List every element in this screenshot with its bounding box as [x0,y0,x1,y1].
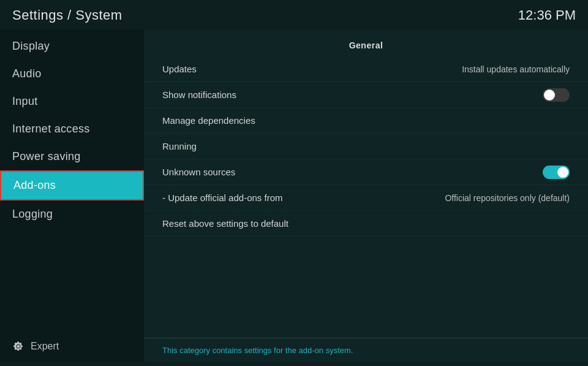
setting-label-updates: Updates [162,64,197,74]
setting-row-update-addons-from[interactable]: - Update official add-ons fromOfficial r… [144,185,588,211]
clock: 12:36 PM [518,7,576,23]
setting-value-updates: Install updates automatically [462,64,570,74]
gear-icon [12,340,24,353]
setting-label-update-addons-from: - Update official add-ons from [162,193,283,203]
sidebar-item-display[interactable]: Display [0,32,144,60]
setting-row-show-notifications[interactable]: Show notifications [144,82,588,108]
expert-label: Expert [31,341,59,352]
status-text: This category contains settings for the … [162,346,353,355]
content-area: General UpdatesInstall updates automatic… [144,29,588,338]
sidebar-item-internet-access[interactable]: Internet access [0,115,144,143]
setting-label-unknown-sources: Unknown sources [162,167,235,177]
header: Settings / System 12:36 PM [0,0,588,29]
setting-row-updates[interactable]: UpdatesInstall updates automatically [144,56,588,82]
setting-value-update-addons-from: Official repositories only (default) [445,193,570,203]
setting-row-unknown-sources[interactable]: Unknown sources [144,159,588,185]
page-title: Settings / System [12,7,123,23]
setting-row-manage-dependencies[interactable]: Manage dependencies [144,108,588,134]
sidebar-bottom: Expert [0,331,144,362]
sidebar-item-add-ons[interactable]: Add-ons [0,170,144,200]
status-bar: This category contains settings for the … [144,338,588,362]
setting-label-manage-dependencies: Manage dependencies [162,115,255,126]
section-title: General [144,36,588,56]
sidebar-item-logging[interactable]: Logging [0,200,144,228]
sidebar-item-power-saving[interactable]: Power saving [0,143,144,170]
setting-row-reset-settings[interactable]: Reset above settings to default [144,211,588,237]
setting-label-running: Running [162,141,197,151]
setting-label-reset-settings: Reset above settings to default [162,218,288,229]
main-content: General UpdatesInstall updates automatic… [144,29,588,362]
setting-label-show-notifications: Show notifications [162,90,236,100]
toggle-show-notifications[interactable] [543,88,570,102]
setting-row-running[interactable]: Running [144,134,588,159]
sidebar-item-audio[interactable]: Audio [0,60,144,88]
main-layout: DisplayAudioInputInternet accessPower sa… [0,29,588,362]
sidebar: DisplayAudioInputInternet accessPower sa… [0,29,144,362]
sidebar-item-input[interactable]: Input [0,88,144,115]
toggle-unknown-sources[interactable] [543,166,570,179]
